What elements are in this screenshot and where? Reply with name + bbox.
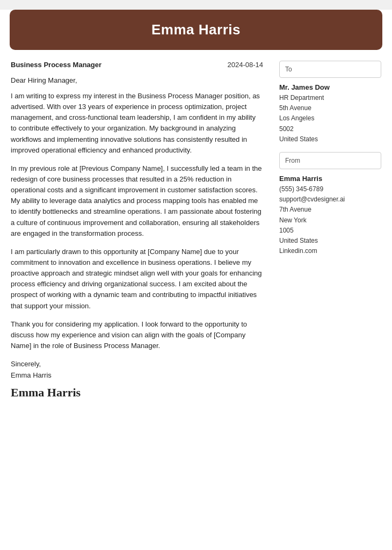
paragraph-4: Thank you for considering my application… xyxy=(11,319,263,351)
to-country: United States xyxy=(279,134,381,144)
to-city: Los Angeles xyxy=(279,113,381,124)
signature-block: Sincerely, Emma Harris Emma Harris xyxy=(11,359,263,400)
content-area: Business Process Manager 2024-08-14 Dear… xyxy=(0,50,392,410)
closing-name: Emma Harris xyxy=(11,370,263,381)
from-zip: 1005 xyxy=(279,226,381,236)
from-website: Linkedin.com xyxy=(279,246,381,256)
page: Emma Harris Business Process Manager 202… xyxy=(0,10,392,550)
to-department: HR Department xyxy=(279,93,381,103)
signature-name-large: Emma Harris xyxy=(11,386,263,400)
to-zip: 5002 xyxy=(279,124,381,134)
to-address1: 5th Avenue xyxy=(279,103,381,113)
sidebar: To Mr. James Dow HR Department 5th Avenu… xyxy=(279,61,381,400)
from-address1: 7th Avenue xyxy=(279,205,381,215)
from-email: support@cvdesigner.ai xyxy=(279,194,381,205)
from-label-box: From xyxy=(279,152,381,169)
closing-text: Sincerely, xyxy=(11,359,263,370)
from-phone: (555) 345-6789 xyxy=(279,184,381,194)
from-label: From xyxy=(285,157,300,164)
letter-date: 2024-08-14 xyxy=(228,61,264,69)
paragraph-1: I am writing to express my interest in t… xyxy=(11,91,263,156)
header-banner: Emma Harris xyxy=(10,10,382,50)
to-label: To xyxy=(285,66,292,73)
job-title: Business Process Manager xyxy=(11,61,101,69)
to-label-box: To xyxy=(279,61,381,78)
header-name: Emma Harris xyxy=(20,21,372,38)
paragraph-2: In my previous role at [Previous Company… xyxy=(11,163,263,239)
paragraph-3: I am particularly drawn to this opportun… xyxy=(11,247,263,312)
from-address-section: Emma Harris (555) 345-6789 support@cvdes… xyxy=(279,175,381,256)
to-name: Mr. James Dow xyxy=(279,83,381,91)
to-address-section: Mr. James Dow HR Department 5th Avenue L… xyxy=(279,83,381,144)
main-content: Business Process Manager 2024-08-14 Dear… xyxy=(11,61,268,400)
job-title-row: Business Process Manager 2024-08-14 xyxy=(11,61,263,69)
from-name: Emma Harris xyxy=(279,175,381,183)
from-country: United States xyxy=(279,236,381,246)
from-city: New York xyxy=(279,215,381,226)
greeting: Dear Hiring Manager, xyxy=(11,76,263,84)
